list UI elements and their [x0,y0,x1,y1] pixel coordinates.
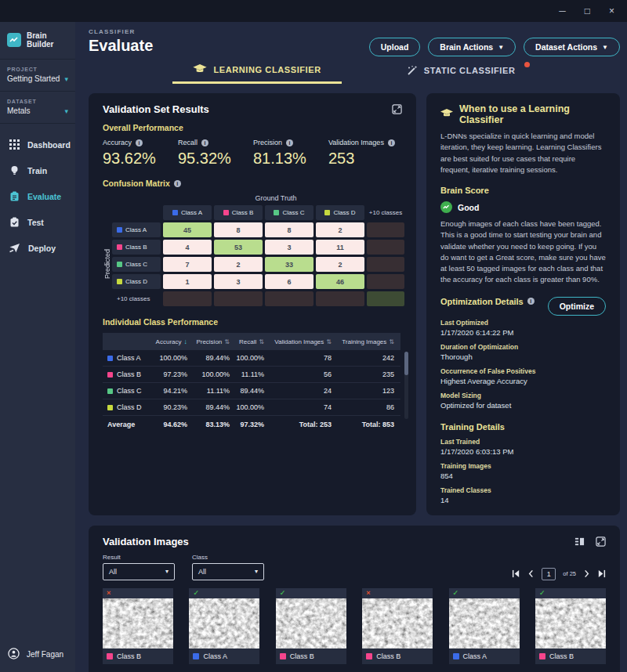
matrix-cell[interactable]: 53 [214,240,263,255]
minimize-icon[interactable]: ─ [559,6,566,16]
sort-icon: ⇅ [326,338,332,345]
expand-icon[interactable] [392,104,402,114]
sidebar-item-train[interactable]: Train [0,157,75,183]
detail-field: Occurrence of False Positives Highest Av… [440,367,606,385]
col-header-validation-images[interactable]: Validation Images ⇅ [270,333,338,350]
validation-image-grid: × Class B ✓ Class A ✓ Class B × Class B … [103,588,606,672]
col-header-training-images[interactable]: Training Images ⇅ [338,333,400,350]
brand[interactable]: Brain Builder [0,22,75,60]
table-row-class: Class D [103,399,153,416]
tab-learning-classifier[interactable]: LEARNING CLASSIFIER [172,60,341,84]
detail-field: Last Trained 1/17/2020 6:03:13 PM [440,438,606,456]
info-icon[interactable]: i [286,139,293,146]
validation-image-card[interactable]: ✓ Class B [276,588,346,664]
sidebar-item-dashboard[interactable]: Dashboard [0,132,75,157]
chevron-down-icon: ▾ [255,568,258,575]
info-icon[interactable]: i [136,139,143,146]
chevron-down-icon[interactable]: ▾ [64,107,68,115]
matrix-col-class-a: Class A [163,205,212,220]
info-panel-title: When to use a Learning Classifier [459,103,606,125]
info-icon[interactable]: i [174,180,181,187]
dataset-actions-button[interactable]: Dataset Actions▼ [524,38,620,56]
breadcrumb: CLASSIFIER [89,28,153,35]
validation-image-card[interactable]: × Class B [362,588,433,664]
col-header-accuracy[interactable]: Accuracy ↓ [153,333,194,350]
close-icon[interactable]: × [609,6,614,16]
user-account[interactable]: Jeff Fagan [0,637,75,672]
col-header-recall[interactable]: Recall ⇅ [236,333,270,350]
sort-icon: ⇅ [389,338,394,345]
validation-image-thumbnail[interactable] [189,598,259,649]
matrix-cell[interactable]: 11 [316,240,364,255]
brain-score-heading: Brain Score [440,186,606,195]
matrix-cell[interactable]: 4 [163,240,212,255]
brain-actions-button[interactable]: Brain Actions▼ [428,38,516,56]
matrix-cell[interactable]: 2 [214,257,263,272]
matrix-cell[interactable]: 33 [265,257,314,272]
result-dropdown[interactable]: All▾ [103,563,175,580]
brain-score-text: Enough images of each class have been ta… [440,219,606,286]
grid-icon [9,139,20,150]
page-number-input[interactable]: 1 [542,568,556,580]
sidebar-item-deploy[interactable]: Deploy [0,235,75,261]
table-cell: 89.44% [236,383,270,399]
validation-image-card[interactable]: × Class B [103,588,173,664]
maximize-icon[interactable]: □ [585,6,590,16]
chevron-down-icon[interactable]: ▾ [64,75,68,83]
user-avatar-icon [8,648,20,661]
validation-image-thumbnail[interactable] [103,598,173,649]
matrix-col-extra: +10 classes [367,205,404,220]
table-scrollbar[interactable] [404,352,408,419]
class-color-swatch [107,388,113,394]
predicted-axis-label: Predicted [103,205,112,306]
table-cell: 100.00% [236,399,270,416]
col-header-precision[interactable]: Precision ⇅ [194,333,236,350]
sidebar-item-test[interactable]: Test [0,209,75,235]
info-icon[interactable]: i [201,139,208,146]
validation-image-card[interactable]: ✓ Class A [449,588,520,664]
matrix-cell[interactable]: 7 [163,257,212,272]
class-dropdown[interactable]: All▾ [192,563,264,580]
validation-image-thumbnail[interactable] [449,598,520,649]
validation-image-card[interactable]: ✓ Class B [535,588,606,664]
optimize-button[interactable]: Optimize [548,297,606,316]
dataset-label: DATASET [7,99,68,104]
upload-button[interactable]: Upload [369,38,421,56]
info-icon[interactable]: i [388,139,395,146]
next-page-icon[interactable] [583,569,590,578]
prev-page-icon[interactable] [527,569,535,578]
table-cell: 100.00% [153,350,194,367]
last-page-icon[interactable] [597,569,606,578]
expand-icon[interactable] [596,537,606,547]
tab-static-classifier[interactable]: STATIC CLASSIFIER [386,60,536,84]
matrix-cell[interactable]: 8 [265,222,314,237]
matrix-cell[interactable]: 3 [265,240,314,255]
average-cell: Total: 853 [338,416,400,432]
matrix-cell[interactable]: 45 [163,222,212,237]
brain-builder-logo-icon [7,33,21,47]
average-cell: 94.62% [153,416,194,432]
validation-image-thumbnail[interactable] [535,598,606,649]
image-class-label: Class A [449,649,520,664]
validation-image-card[interactable]: ✓ Class A [189,588,259,664]
notification-dot [524,62,530,67]
matrix-cell[interactable]: 6 [265,274,314,289]
matrix-cell[interactable]: 2 [316,222,364,237]
first-page-icon[interactable] [512,569,520,578]
matrix-cell[interactable]: 8 [214,222,263,237]
dataset-selector[interactable]: DATASET Metals ▾ [0,92,75,124]
class-color-swatch [172,210,178,215]
window-titlebar: ─□× [0,0,627,22]
class-color-swatch [117,262,122,267]
details-view-icon[interactable] [574,537,585,547]
matrix-cell[interactable]: 46 [316,274,364,289]
validation-image-thumbnail[interactable] [362,598,433,649]
sidebar-item-evaluate[interactable]: Evaluate [0,183,75,209]
info-icon[interactable]: i [527,298,535,305]
validation-image-thumbnail[interactable] [276,598,346,649]
matrix-cell-extra [163,291,212,306]
matrix-cell[interactable]: 3 [214,274,263,289]
matrix-cell[interactable]: 1 [163,274,212,289]
matrix-cell[interactable]: 2 [316,257,364,272]
project-selector[interactable]: PROJECT Getting Started ▾ [0,60,75,92]
